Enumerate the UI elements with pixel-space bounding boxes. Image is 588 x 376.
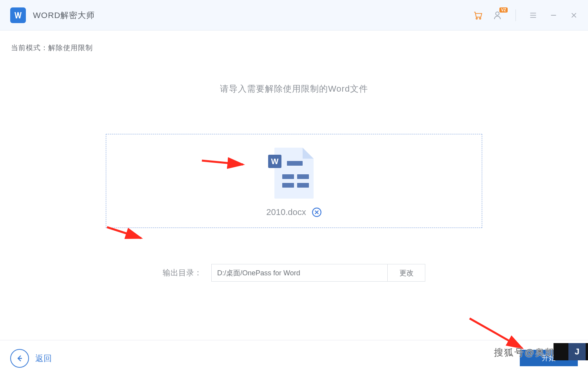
- svg-line-5: [107, 227, 141, 238]
- mode-label: 当前模式：: [11, 44, 48, 52]
- watermark-logo-icon: J: [568, 343, 586, 360]
- close-icon[interactable]: [568, 10, 579, 21]
- app-logo-icon: [10, 7, 26, 23]
- mode-line: 当前模式：解除使用限制: [11, 43, 577, 52]
- user-badge: VZ: [499, 7, 508, 13]
- output-dir-label: 输出目录：: [163, 268, 202, 278]
- back-arrow-icon: [10, 349, 29, 368]
- instruction-text: 请导入需要解除使用限制的Word文件: [11, 83, 577, 95]
- file-dropzone[interactable]: W 2010.docx: [106, 134, 482, 228]
- svg-point-0: [476, 18, 477, 19]
- back-label: 返回: [35, 353, 52, 364]
- word-file-icon: W: [270, 145, 318, 203]
- mode-value: 解除使用限制: [48, 44, 93, 52]
- title-bar: WORD解密大师 VZ: [0, 0, 588, 31]
- cart-icon[interactable]: [472, 10, 483, 21]
- output-dir-input[interactable]: [211, 264, 388, 282]
- back-button[interactable]: 返回: [10, 349, 52, 368]
- svg-point-2: [496, 12, 499, 15]
- remove-file-icon[interactable]: [312, 207, 322, 217]
- minimize-icon[interactable]: [548, 10, 559, 21]
- file-name: 2010.docx: [266, 207, 306, 217]
- svg-point-1: [479, 18, 481, 19]
- change-dir-button[interactable]: 更改: [388, 264, 425, 282]
- menu-icon[interactable]: [528, 10, 539, 21]
- separator: [515, 9, 516, 21]
- user-icon[interactable]: VZ: [493, 10, 504, 21]
- app-title: WORD解密大师: [33, 10, 95, 21]
- word-badge: W: [268, 155, 281, 168]
